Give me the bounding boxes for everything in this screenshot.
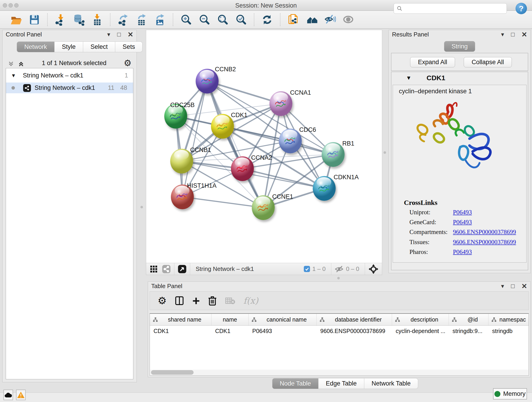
export-table-icon[interactable]	[136, 14, 147, 26]
footer-separator	[190, 263, 190, 275]
splitter-handle[interactable]	[337, 277, 340, 279]
hide-eye-icon[interactable]	[324, 14, 336, 26]
cell-shared-name[interactable]: CDK1	[150, 328, 211, 334]
hidden-nodes-edges-count: 0 – 0	[346, 265, 359, 273]
show-columns-icon[interactable]	[174, 296, 184, 306]
panel-menu-icon[interactable]: ▾	[501, 283, 504, 290]
share-view-icon[interactable]	[162, 264, 171, 274]
column-header-id[interactable]: @id	[449, 314, 488, 325]
refresh-icon[interactable]	[261, 14, 273, 26]
column-header-name[interactable]: name	[211, 314, 249, 325]
tab-network-table[interactable]: Network Table	[364, 378, 418, 389]
table-row[interactable]: CDK1 CDK1 P06493 9606.ENSP00000378699 cy…	[150, 326, 529, 336]
cell-id[interactable]: stringdb:9...	[449, 328, 488, 334]
table-gear-icon[interactable]: ⚙	[158, 296, 167, 306]
delete-trash-icon[interactable]	[208, 295, 217, 306]
column-header-canonical-name[interactable]: canonical name	[249, 314, 317, 325]
column-header-description[interactable]: description	[392, 314, 449, 325]
panel-float-icon[interactable]: □	[117, 31, 121, 38]
cell-database-identifier[interactable]: 9606.ENSP00000378699	[317, 328, 392, 334]
horizontal-scrollbar[interactable]	[150, 370, 528, 375]
collapse-all-button[interactable]: Collapse All	[464, 57, 512, 67]
network-node-CCNA2[interactable]	[231, 156, 254, 181]
import-table-icon[interactable]	[91, 14, 103, 26]
memory-button[interactable]: Memory	[493, 388, 527, 400]
crosslink-label: Uniprot:	[409, 209, 431, 216]
tab-select[interactable]: Select	[83, 41, 115, 52]
search-input[interactable]	[403, 4, 507, 13]
network-node-CCNA1[interactable]	[269, 91, 292, 116]
network-collection-row[interactable]: ▼ String Network – cdk1 1	[6, 70, 133, 81]
tab-node-table[interactable]: Node Table	[272, 378, 318, 389]
node-table: shared name name canonical name database…	[150, 313, 529, 376]
panel-close-icon[interactable]: ✕	[521, 282, 527, 290]
zoom-in-icon[interactable]	[180, 14, 192, 26]
open-session-icon[interactable]	[10, 14, 22, 26]
panel-close-icon[interactable]: ✕	[128, 31, 133, 38]
expand-all-chevron-icon[interactable]	[18, 59, 25, 67]
export-image-icon[interactable]	[154, 14, 166, 26]
network-node-CDK1[interactable]	[211, 114, 234, 139]
network-node-CDC6[interactable]	[279, 128, 302, 153]
column-header-namespace[interactable]: namespac	[488, 314, 529, 325]
birds-eye-view-icon[interactable]	[368, 264, 379, 274]
splitter-handle[interactable]	[140, 206, 143, 208]
crosslink-link[interactable]: P06493	[453, 219, 472, 226]
delete-table-icon[interactable]	[225, 296, 235, 305]
import-network-database-icon[interactable]	[73, 14, 85, 26]
export-network-icon[interactable]	[117, 14, 129, 26]
tab-style[interactable]: Style	[55, 41, 83, 52]
selected-checkbox-icon[interactable]	[304, 266, 310, 272]
panel-float-icon[interactable]: □	[511, 283, 515, 290]
crosslink-link[interactable]: 9606.ENSP00000378699	[453, 229, 516, 236]
panel-menu-icon[interactable]: ▾	[107, 31, 110, 38]
tree-expand-icon[interactable]: ▼	[11, 73, 16, 79]
zoom-fit-icon[interactable]	[217, 14, 229, 26]
gray-eye-icon[interactable]	[342, 14, 354, 26]
cell-description[interactable]: cyclin-dependent ...	[392, 328, 449, 334]
scrollbar-thumb[interactable]	[151, 370, 194, 375]
panel-close-icon[interactable]: ✕	[521, 31, 527, 38]
cloud-status-button[interactable]	[3, 390, 13, 400]
tab-network[interactable]: Network	[17, 41, 55, 52]
expand-all-button[interactable]: Expand All	[410, 57, 455, 67]
network-view-title: String Network – cdk1	[196, 265, 254, 273]
gene-section-header[interactable]: ▼ CDK1	[391, 72, 528, 84]
network-node-CCNB1[interactable]	[170, 149, 193, 173]
detach-view-icon[interactable]	[177, 264, 187, 274]
help-icon[interactable]: ?	[515, 3, 527, 14]
warning-status-button[interactable]	[16, 390, 26, 400]
collapse-all-chevron-icon[interactable]	[7, 59, 14, 67]
gear-icon[interactable]: ⚙	[124, 58, 132, 68]
crosslink-link[interactable]: 9606.ENSP00000378699	[453, 239, 516, 246]
houses-icon[interactable]	[306, 14, 317, 26]
column-header-database-identifier[interactable]: database identifier	[317, 314, 392, 325]
cell-namespace[interactable]: stringdb	[488, 328, 529, 334]
cell-name[interactable]: CDK1	[211, 328, 249, 334]
crosslink-link[interactable]: P06493	[453, 249, 472, 255]
zoom-out-icon[interactable]	[198, 14, 210, 26]
clipboard-network-icon[interactable]	[287, 14, 299, 26]
network-node-RB1[interactable]	[322, 142, 345, 167]
zoom-selected-icon[interactable]	[235, 14, 247, 26]
table-panel-title: Table Panel	[151, 283, 494, 290]
splitter-handle[interactable]	[384, 151, 386, 154]
tab-string[interactable]: String	[444, 41, 475, 52]
tab-edge-table[interactable]: Edge Table	[318, 378, 364, 389]
import-network-file-icon[interactable]	[55, 14, 66, 26]
crosslink-link[interactable]: P06493	[453, 209, 472, 216]
cell-canonical-name[interactable]: P06493	[249, 328, 317, 334]
section-expand-icon[interactable]: ▼	[406, 75, 412, 81]
panel-float-icon[interactable]: □	[511, 31, 515, 38]
network-row-selected[interactable]: String Network – cdk1 11 48	[6, 83, 133, 93]
column-type-icon	[152, 317, 158, 322]
panel-menu-icon[interactable]: ▾	[501, 31, 504, 38]
column-header-shared-name[interactable]: shared name	[150, 314, 211, 325]
network-node-CDKN1A[interactable]	[313, 176, 336, 201]
add-column-icon[interactable]: +	[192, 296, 200, 306]
grid-view-icon[interactable]	[149, 265, 158, 274]
network-node-CCNE1[interactable]	[252, 195, 275, 220]
network-canvas[interactable]: CCNB2CCNA1CDC25BCDK1CDC6RB1CCNB1CCNA2CDK…	[146, 30, 382, 263]
save-session-icon[interactable]	[28, 14, 40, 26]
tab-sets[interactable]: Sets	[115, 41, 143, 52]
